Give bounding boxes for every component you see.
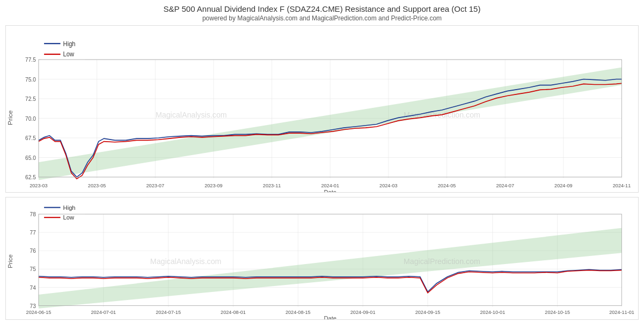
y-tick2-76: 76 [30,248,36,254]
x-tick-2023-11: 2023-11 [263,182,281,188]
y-tick-700: 70.0 [25,115,36,121]
main-container: S&P 500 Annual Dividend Index F (SDAZ24.… [0,0,644,322]
x2-tick-0901: 2024-09-01 [350,310,376,315]
x-axis-label-2: Date [324,315,336,319]
x-tick-2024-01: 2024-01 [321,182,339,188]
y-tick-625: 62.5 [25,174,36,180]
legend-low-label-1: Low [63,50,75,58]
watermark-1a: MagicalAnalysis.com [156,111,227,120]
chart-1: 77.5 75.0 72.5 70.0 67.5 65.0 62.5 Price… [5,25,639,193]
page-title: S&P 500 Annual Dividend Index F (SDAZ24.… [0,4,644,13]
y-tick2-77: 77 [30,230,36,236]
y-tick-650: 65.0 [25,154,36,160]
x2-tick-0915: 2024-09-15 [415,310,441,315]
watermark-2b: MagicalPrediction.com [404,257,480,266]
x-tick-2024-09: 2024-09 [554,182,573,188]
x2-tick-1101: 2024-11-01 [609,310,634,315]
chart-1-svg: 77.5 75.0 72.5 70.0 67.5 65.0 62.5 Price… [6,26,638,192]
x-tick-2023-09: 2023-09 [204,182,223,188]
x2-tick-0715: 2024-07-15 [156,310,181,315]
x-tick-2024-03: 2024-03 [379,182,398,188]
y-tick2-75: 75 [30,266,36,272]
x-tick-2023-03: 2023-03 [30,182,48,188]
watermark-2a: MagicalAnalysis.com [150,257,222,266]
chart-2: 78 77 76 75 74 73 Price [5,197,639,320]
y-tick-750: 75.0 [25,76,36,83]
x-axis-label-1: Date [324,189,336,192]
x2-tick-0701: 2024-07-01 [91,310,116,315]
page-subtitle: powered by MagicalAnalysis.com and Magic… [0,14,644,22]
y-axis-label-1: Price [7,111,13,126]
x2-tick-0815: 2024-08-15 [286,310,311,315]
x-tick-2024-07: 2024-07 [496,182,514,188]
y-tick-775: 77.5 [25,56,36,63]
y-tick-725: 72.5 [25,96,36,102]
y-tick2-78: 78 [30,211,36,217]
legend-high-label-1: High [63,40,76,47]
charts-area: 77.5 75.0 72.5 70.0 67.5 65.0 62.5 Price… [0,23,644,322]
y-tick2-73: 73 [30,303,36,309]
x-tick-2023-05: 2023-05 [88,182,106,188]
x2-tick-0801: 2024-08-01 [221,310,246,315]
y-tick-675: 67.5 [25,135,36,141]
x2-tick-0615: 2024-06-15 [26,310,52,315]
header: S&P 500 Annual Dividend Index F (SDAZ24.… [0,0,644,23]
x-tick-2024-11: 2024-11 [613,182,631,188]
y-tick2-74: 74 [30,284,36,290]
x-tick-2024-05: 2024-05 [438,182,456,188]
x2-tick-1001: 2024-10-01 [480,310,505,315]
chart-2-svg: 78 77 76 75 74 73 Price [6,197,638,319]
x2-tick-1015: 2024-10-15 [545,310,570,315]
x-tick-2023-07: 2023-07 [146,182,164,188]
y-axis-label-2: Price [7,254,13,268]
legend-low-label-2: Low [63,214,75,221]
legend-high-label-2: High [63,204,76,210]
